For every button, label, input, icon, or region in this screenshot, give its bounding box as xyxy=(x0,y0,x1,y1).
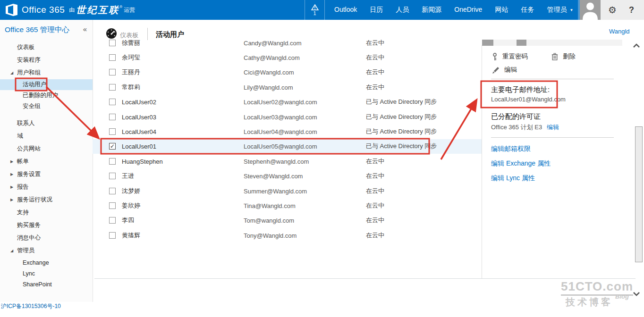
topnav-item[interactable]: 人员 xyxy=(396,6,409,14)
row-checkbox[interactable]: ✓ xyxy=(109,143,116,150)
panel-link[interactable]: 编辑 Lync 属性 xyxy=(491,174,551,183)
sidebar-item-label: 仪表板 xyxy=(17,43,35,51)
user-row[interactable]: ✓LocalUser01LocalUser05@wangld.com已与 Act… xyxy=(93,139,482,154)
row-checkbox[interactable] xyxy=(109,114,116,120)
sidebar-title: Office 365 管理中心 xyxy=(5,25,69,35)
user-row[interactable]: 黄搐辉Tony@Wangld.com在云中 xyxy=(93,228,482,242)
row-checkbox[interactable] xyxy=(109,217,116,224)
user-status: 在云中 xyxy=(366,39,384,47)
scroll-up-arrow-icon[interactable] xyxy=(633,42,640,50)
topnav-item[interactable]: 网站 xyxy=(495,6,508,14)
user-row[interactable]: 李四Tom@wangld.com在云中 xyxy=(93,213,482,228)
sidebar-item-service-health[interactable]: ▶服务运行状况 xyxy=(0,193,93,206)
user-row[interactable]: LocalUser04LocalUser04@wangld.com已与 Acti… xyxy=(93,124,482,139)
user-row[interactable]: HuangStephenStephenh@wangld.com在云中 xyxy=(93,154,482,168)
admin-menu-label: 管理员 xyxy=(547,6,567,14)
topnav-item-admin[interactable]: 管理员 ▼ xyxy=(547,6,573,14)
user-name: LocalUser04 xyxy=(122,128,156,135)
row-checkbox[interactable] xyxy=(109,69,116,75)
delete-button[interactable]: 删除 xyxy=(551,52,576,61)
sidebar-item-purchase-services[interactable]: 购买服务 xyxy=(0,219,93,232)
sidebar-item-contacts[interactable]: 联系人 xyxy=(0,117,93,130)
topnav-item[interactable]: 日历 xyxy=(370,6,383,14)
collapse-triangle-icon[interactable]: ◢ xyxy=(10,71,17,75)
sidebar-item-deleted-users[interactable]: 已删除的用户 xyxy=(0,90,93,101)
sidebar-item-admin[interactable]: ◢管理员 xyxy=(0,244,93,257)
user-row[interactable]: LocalUser02LocalUser02@wangld.com已与 Acti… xyxy=(93,95,482,109)
tenant-link[interactable]: Wangld xyxy=(609,28,630,35)
sidebar-item-billing[interactable]: ▶帐单 xyxy=(0,155,93,168)
license-edit-link[interactable]: 编辑 xyxy=(547,123,559,132)
sidebar-item-lync[interactable]: Lync xyxy=(0,268,93,279)
expand-triangle-icon[interactable]: ▶ xyxy=(10,198,17,202)
office-logo-icon xyxy=(6,4,17,16)
help-icon[interactable]: ? xyxy=(629,5,634,15)
sidebar-item-service-settings[interactable]: ▶服务设置 xyxy=(0,168,93,181)
horizontal-scrollbar-track[interactable] xyxy=(482,40,622,46)
edit-user-button[interactable]: 编辑 xyxy=(492,66,517,74)
notification-alert-button[interactable]: 1 xyxy=(305,0,325,20)
avatar[interactable] xyxy=(580,0,601,20)
sidebar-item-active-users[interactable]: 活动用户 xyxy=(0,79,93,90)
horizontal-scrollbar-button[interactable] xyxy=(482,40,493,46)
sidebar-item-sharepoint[interactable]: SharePoint xyxy=(0,279,93,290)
sidebar-item-security-groups[interactable]: 安全组 xyxy=(0,101,93,112)
gear-icon[interactable]: ⚙ xyxy=(608,4,617,16)
brand: Office 365 由 世纪互联 ® 运营 xyxy=(6,0,135,20)
top-nav-items: Outlook日历人员新闻源OneDrive网站任务 xyxy=(334,6,534,14)
sidebar-item-users-and-groups[interactable]: ◢用户和组 xyxy=(0,67,93,79)
row-checkbox[interactable] xyxy=(109,84,116,91)
topnav-item[interactable]: Outlook xyxy=(334,6,357,14)
expand-triangle-icon[interactable]: ▶ xyxy=(10,172,17,176)
topnav-item[interactable]: 任务 xyxy=(521,6,534,14)
delete-label: 删除 xyxy=(563,52,576,61)
row-checkbox[interactable] xyxy=(109,40,116,46)
sidebar-item-setup[interactable]: 安装程序 xyxy=(0,54,93,67)
topnav-item[interactable]: OneDrive xyxy=(454,6,482,14)
row-checkbox[interactable] xyxy=(109,158,116,165)
row-checkbox[interactable] xyxy=(109,99,116,105)
user-row[interactable]: 王进Steven@Wangld.com在云中 xyxy=(93,169,482,184)
row-checkbox[interactable] xyxy=(109,173,116,179)
sidebar-item-exchange[interactable]: Exchange xyxy=(0,257,93,268)
sidebar-item-domains[interactable]: 域 xyxy=(0,130,93,142)
user-row[interactable]: 王丽丹Cici@Wangld.com在云中 xyxy=(93,65,482,80)
sidebar: Office 365 管理中心 « 仪表板安装程序◢用户和组活动用户已删除的用户… xyxy=(0,20,93,302)
sidebar-item-support[interactable]: 支持 xyxy=(0,206,93,219)
user-row[interactable]: 姜欣婷Tina@Wangld.com在云中 xyxy=(93,198,482,213)
horizontal-scrollbar-thumb[interactable] xyxy=(517,40,526,46)
row-checkbox[interactable] xyxy=(109,188,116,194)
collapse-triangle-icon[interactable]: ◢ xyxy=(10,249,17,253)
sidebar-item-message-center[interactable]: 消息中心 xyxy=(0,232,93,244)
sidebar-item-label: SharePoint xyxy=(23,281,52,288)
brand-operated: 运营 xyxy=(124,6,135,14)
user-row[interactable]: 沈梦娇Summer@Wangld.com在云中 xyxy=(93,184,482,198)
panel-link[interactable]: 编辑邮箱权限 xyxy=(491,145,551,153)
row-checkbox[interactable] xyxy=(109,232,116,239)
user-row[interactable]: LocalUser03LocalUser03@wangld.com已与 Acti… xyxy=(93,109,482,124)
row-checkbox[interactable] xyxy=(109,128,116,135)
vertical-scrollbar-thumb[interactable] xyxy=(635,126,643,262)
sidebar-collapse-icon[interactable]: « xyxy=(83,25,87,33)
expand-triangle-icon[interactable]: ▶ xyxy=(10,185,17,189)
reset-password-label: 重置密码 xyxy=(502,52,528,61)
sidebar-item-reports[interactable]: ▶报告 xyxy=(0,181,93,193)
row-checkbox[interactable] xyxy=(109,202,116,209)
sidebar-item-dashboard[interactable]: 仪表板 xyxy=(0,41,93,54)
user-name: 黄搐辉 xyxy=(122,231,140,240)
topnav-item[interactable]: 新闻源 xyxy=(422,6,441,14)
user-name: 姜欣婷 xyxy=(122,201,140,210)
user-status: 在云中 xyxy=(366,187,384,195)
row-checkbox[interactable] xyxy=(109,54,116,61)
expand-triangle-icon[interactable]: ▶ xyxy=(10,159,17,164)
sidebar-item-public-website[interactable]: 公共网站 xyxy=(0,142,93,155)
user-row[interactable]: 常群莉Lily@Wangld.com在云中 xyxy=(93,80,482,94)
reset-password-button[interactable]: 重置密码 xyxy=(492,52,528,61)
alert-count: 1 xyxy=(313,10,316,16)
scroll-down-arrow-icon[interactable] xyxy=(633,290,640,298)
panel-link[interactable]: 编辑 Exchange 属性 xyxy=(491,159,551,168)
user-row[interactable]: 余珂玺Cathy@Wangld.com在云中 xyxy=(93,50,482,65)
brand-product: Office 365 xyxy=(22,5,65,15)
user-status: 已与 Active Directory 同步 xyxy=(366,127,437,136)
user-row[interactable]: 徐蕾丽Candy@Wangld.com在云中 xyxy=(93,35,482,50)
